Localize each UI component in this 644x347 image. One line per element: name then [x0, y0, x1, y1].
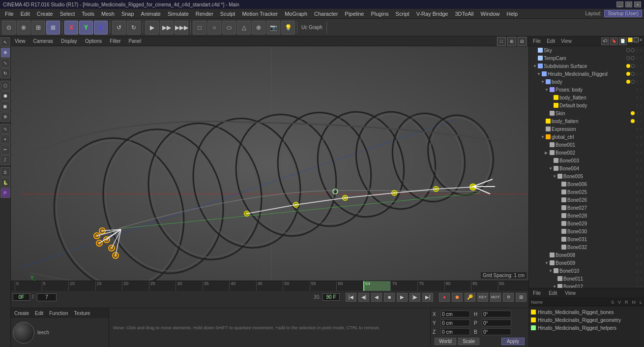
tree-item-expression[interactable]: Expression ⋮⋮: [529, 125, 644, 133]
b012-handle[interactable]: ⋮⋮: [635, 284, 643, 288]
b006-handle[interactable]: ⋮⋮: [635, 182, 643, 187]
maximize-button[interactable]: □: [625, 1, 632, 7]
b011-handle[interactable]: ⋮⋮: [635, 277, 643, 281]
ruler-80[interactable]: 80: [444, 281, 471, 291]
current-frame-display[interactable]: 0F: [13, 293, 30, 301]
tree-item-bone004[interactable]: ▼ Bone004 ⋮⋮: [529, 164, 644, 172]
menu-snap[interactable]: Snap: [118, 10, 137, 17]
b004-handle[interactable]: ⋮⋮: [635, 166, 643, 171]
ruler-75[interactable]: 75: [417, 281, 444, 291]
apply-button[interactable]: Apply: [501, 338, 525, 345]
bf1-handle[interactable]: ⋮⋮: [635, 95, 643, 100]
bottom-menu-edit[interactable]: Edit: [33, 310, 45, 316]
left-move[interactable]: ✥: [0, 48, 10, 58]
go-start-button[interactable]: |◀: [346, 293, 356, 302]
rp-tab-file[interactable]: File: [531, 38, 543, 44]
expr-handle[interactable]: ⋮⋮: [635, 127, 643, 131]
obj-helpers[interactable]: Hirudo_Medicinalis_Rigged_helpers: [531, 324, 642, 332]
frame-input[interactable]: [37, 293, 57, 301]
tree-item-bone005[interactable]: ▼ Bone005 ⋮⋮: [529, 172, 644, 180]
motion-btn[interactable]: MOT: [490, 293, 501, 302]
play-button[interactable]: ▶: [397, 293, 408, 302]
obj-bones[interactable]: Hirudo_Medicinalis_Rigged_bones: [531, 308, 642, 316]
menu-plugins[interactable]: Plugins: [368, 10, 391, 17]
tree-item-poses[interactable]: ▼ Poses: body ⋮⋮: [529, 86, 644, 94]
vp-icon-res[interactable]: ⊞: [507, 37, 516, 46]
menu-help[interactable]: Help: [504, 10, 521, 17]
ruler-15[interactable]: 15: [95, 281, 122, 291]
rp-icon-bookmarks[interactable]: 📑: [619, 37, 627, 45]
poses-handle[interactable]: ⋮⋮: [635, 88, 643, 92]
menu-script[interactable]: Script: [393, 10, 412, 17]
menu-select[interactable]: Select: [57, 10, 78, 17]
ruler-60[interactable]: 60: [336, 281, 363, 291]
b027-handle[interactable]: ⋮⋮: [635, 206, 643, 210]
stop-button[interactable]: ■: [384, 293, 395, 302]
left-extrude[interactable]: ⤴: [0, 155, 10, 165]
sky-handle[interactable]: ⋮⋮: [635, 48, 643, 53]
end-frame-display[interactable]: 90 F: [322, 293, 340, 301]
tree-item-default-body[interactable]: Default body ⋮⋮: [529, 101, 644, 109]
b008-handle[interactable]: ⋮⋮: [635, 253, 643, 257]
bottom-menu-texture[interactable]: Texture: [73, 310, 92, 316]
toolbar-torus[interactable]: ⊕: [252, 21, 265, 34]
toolbar-camera[interactable]: 📷: [266, 21, 280, 34]
b025-handle[interactable]: ⋮⋮: [635, 190, 643, 194]
ruler-45[interactable]: 45: [256, 281, 283, 291]
ruler-55[interactable]: 55: [310, 281, 337, 291]
menu-create[interactable]: Create: [34, 10, 56, 17]
left-bridge[interactable]: S: [0, 167, 10, 177]
bottom-menu-function[interactable]: Function: [48, 310, 69, 316]
transform-y-input[interactable]: [440, 319, 470, 326]
vp-menu-options[interactable]: Options: [83, 38, 104, 44]
menu-edit[interactable]: Edit: [18, 10, 33, 17]
minimize-button[interactable]: _: [616, 1, 623, 7]
ruler-64[interactable]: 64: [363, 281, 391, 291]
vp-menu-panel[interactable]: Panel: [127, 38, 144, 44]
toolbar-cylinder[interactable]: ⬭: [222, 21, 236, 34]
vp-menu-display[interactable]: Display: [59, 38, 79, 44]
ruler-70[interactable]: 70: [390, 281, 417, 291]
obj-geometry[interactable]: Hirudo_Medicinalis_Rigged_geometry: [531, 316, 642, 324]
menu-tools[interactable]: Tools: [79, 10, 97, 17]
db-handle[interactable]: ⋮⋮: [635, 103, 643, 108]
menu-window[interactable]: Window: [477, 10, 502, 17]
toolbar-mode-points[interactable]: ⊙: [2, 21, 16, 34]
bottom-menu-create[interactable]: Create: [13, 310, 30, 316]
toolbar-render-region[interactable]: ▶▶: [160, 21, 174, 34]
menu-mesh[interactable]: Mesh: [98, 10, 117, 17]
menu-render[interactable]: Render: [193, 10, 216, 17]
tree-item-bone027[interactable]: Bone027 ⋮⋮: [529, 204, 644, 212]
tree-item-bone031[interactable]: Bone031 ⋮⋮: [529, 235, 644, 243]
rp-icon-tags[interactable]: 🔖: [610, 37, 618, 45]
menu-mograph[interactable]: MoGraph: [282, 10, 310, 17]
tree-item-bone010[interactable]: ▼ Bone010 ⋮⋮: [529, 267, 644, 275]
ruler-50[interactable]: 50: [283, 281, 310, 291]
tree-item-bone028[interactable]: Bone028 ⋮⋮: [529, 212, 644, 220]
b010-handle[interactable]: ⋮⋮: [635, 269, 643, 273]
rp-bottom-edit[interactable]: Edit: [547, 290, 559, 296]
menu-file[interactable]: File: [2, 10, 17, 17]
vp-menu-view[interactable]: View: [13, 38, 28, 44]
close-button[interactable]: ×: [634, 1, 641, 7]
toolbar-render-active[interactable]: ▶▶▶: [175, 21, 188, 34]
vp-icon-quad[interactable]: ⊟: [518, 37, 527, 46]
tree-item-body-flatten2[interactable]: body_flatten ⋮⋮: [529, 117, 644, 125]
bf2-handle[interactable]: ⋮⋮: [635, 119, 643, 124]
world-button[interactable]: World: [435, 338, 456, 345]
menu-motion-tracker[interactable]: Motion Tracker: [239, 10, 281, 17]
toolbar-undo[interactable]: ↺: [112, 21, 126, 34]
b002-handle[interactable]: ⋮⋮: [635, 151, 643, 155]
tree-item-bone002[interactable]: ▶ Bone002 ⋮⋮: [529, 149, 644, 157]
left-tool2[interactable]: ⬢: [0, 91, 10, 101]
key-all[interactable]: 🔑: [465, 293, 475, 302]
ruler-20[interactable]: 20: [122, 281, 149, 291]
tree-item-bone009[interactable]: ▼ Bone009 ⋮⋮: [529, 259, 644, 267]
tree-item-body[interactable]: ▼ body ⋮⋮: [529, 78, 644, 86]
vp-menu-filter[interactable]: Filter: [108, 38, 122, 44]
rp-more-options[interactable]: ≡: [640, 37, 642, 45]
menu-3dtoall[interactable]: 3DToAll: [452, 10, 476, 17]
toolbar-render[interactable]: ▶: [145, 21, 159, 34]
left-knife[interactable]: ✂: [0, 145, 10, 155]
b029-handle[interactable]: ⋮⋮: [635, 221, 643, 226]
